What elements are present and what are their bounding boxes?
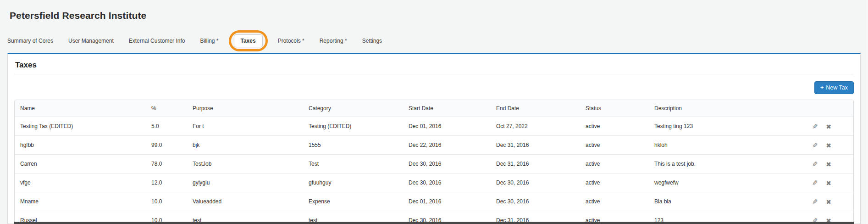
taxes-table-wrap: Name % Purpose Category Start Date End D… bbox=[14, 100, 854, 224]
cell-status: active bbox=[580, 155, 649, 174]
tab-billing[interactable]: Billing * bbox=[200, 34, 218, 47]
cell-end-date: Oct 27, 2022 bbox=[491, 117, 580, 136]
cell-name: hgfbb bbox=[15, 136, 146, 155]
cell-name: Mname bbox=[15, 192, 146, 211]
cell-purpose: Valueadded bbox=[187, 192, 303, 211]
cell-name: vfge bbox=[15, 174, 146, 192]
cell-category: 1555 bbox=[303, 136, 403, 155]
table-header: Name % Purpose Category Start Date End D… bbox=[15, 100, 853, 117]
col-header-percent: % bbox=[146, 100, 187, 117]
taxes-panel: Taxes +New Tax Name % Purpose Category S… bbox=[7, 53, 861, 224]
col-header-end-date: End Date bbox=[491, 100, 580, 117]
tab-user-management[interactable]: User Management bbox=[68, 34, 114, 47]
cell-description: wegfwefw bbox=[649, 174, 771, 192]
tab-reporting[interactable]: Reporting * bbox=[320, 34, 347, 47]
cell-status: active bbox=[580, 174, 649, 192]
cell-description: Testing ting 123 bbox=[649, 117, 771, 136]
delete-icon[interactable]: ✖ bbox=[826, 199, 831, 205]
tab-bar: Summary of Cores User Management Externa… bbox=[7, 34, 854, 48]
edit-icon[interactable]: ✎ bbox=[812, 199, 818, 205]
cell-description: hkloh bbox=[649, 136, 771, 155]
cell-percent: 78.0 bbox=[146, 155, 187, 174]
taxes-admin-page: { "colors": { "page_bg": "#f4f5f5", "acc… bbox=[0, 0, 868, 224]
edit-icon[interactable]: ✎ bbox=[812, 143, 818, 148]
cell-category: Testing (EDITED) bbox=[303, 117, 403, 136]
toolbar: +New Tax bbox=[14, 81, 854, 94]
cell-start-date: Dec 30, 2016 bbox=[403, 174, 491, 192]
cell-percent: 99.0 bbox=[146, 136, 187, 155]
new-tax-button[interactable]: +New Tax bbox=[814, 81, 854, 94]
edit-icon[interactable]: ✎ bbox=[812, 162, 818, 167]
delete-icon[interactable]: ✖ bbox=[826, 124, 831, 129]
col-header-name: Name bbox=[15, 100, 146, 117]
cell-status: active bbox=[580, 117, 649, 136]
cell-purpose: TestJob bbox=[187, 155, 303, 174]
plus-icon: + bbox=[820, 84, 824, 91]
table-row: hgfbb 99.0 bjk 1555 Dec 22, 2016 Dec 31,… bbox=[15, 136, 853, 155]
taxes-table: Name % Purpose Category Start Date End D… bbox=[15, 100, 853, 224]
cell-description: This is a test job. bbox=[649, 155, 771, 174]
delete-icon[interactable]: ✖ bbox=[826, 143, 831, 148]
table-row: vfge 12.0 gyiygiu gfuuhguy Dec 30, 2016 … bbox=[15, 174, 853, 192]
cell-percent: 10.0 bbox=[146, 192, 187, 211]
cell-category: gfuuhguy bbox=[303, 174, 403, 192]
col-header-description: Description bbox=[649, 100, 771, 117]
section-title: Taxes bbox=[15, 61, 854, 70]
cell-start-date: Dec 01, 2016 bbox=[403, 192, 491, 211]
new-tax-button-label: New Tax bbox=[826, 84, 848, 91]
table-row: Carren 78.0 TestJob Test Dec 30, 2016 De… bbox=[15, 155, 853, 174]
cell-status: active bbox=[580, 136, 649, 155]
tab-summary-of-cores[interactable]: Summary of Cores bbox=[7, 34, 53, 47]
cell-purpose: For t bbox=[187, 117, 303, 136]
col-header-actions bbox=[771, 100, 853, 117]
cell-purpose: gyiygiu bbox=[187, 174, 303, 192]
delete-icon[interactable]: ✖ bbox=[826, 162, 831, 167]
cell-category: Expense bbox=[303, 192, 403, 211]
delete-icon[interactable]: ✖ bbox=[826, 180, 831, 186]
tab-protocols[interactable]: Protocols * bbox=[278, 34, 304, 47]
table-row: Mname 10.0 Valueadded Expense Dec 01, 20… bbox=[15, 192, 853, 211]
section-divider bbox=[14, 74, 854, 74]
col-header-purpose: Purpose bbox=[187, 100, 303, 117]
cell-start-date: Dec 22, 2016 bbox=[403, 136, 491, 155]
table-row: Testing Tax (EDITED) 5.0 For t Testing (… bbox=[15, 117, 853, 136]
partially-visible-bottom-element bbox=[14, 222, 854, 224]
cell-actions: ✎ ✖ bbox=[771, 192, 853, 211]
tab-taxes-wrap: Taxes bbox=[234, 34, 263, 47]
cell-purpose: bjk bbox=[187, 136, 303, 155]
cell-end-date: Dec 30, 2016 bbox=[491, 174, 580, 192]
cell-name: Testing Tax (EDITED) bbox=[15, 117, 146, 136]
cell-end-date: Dec 31, 2016 bbox=[491, 136, 580, 155]
page-title: Petersfield Research Institute bbox=[10, 10, 146, 21]
cell-status: active bbox=[580, 192, 649, 211]
cell-actions: ✎ ✖ bbox=[771, 174, 853, 192]
tax-table-body: Testing Tax (EDITED) 5.0 For t Testing (… bbox=[15, 117, 853, 224]
cell-start-date: Dec 01, 2016 bbox=[403, 117, 491, 136]
cell-start-date: Dec 30, 2016 bbox=[403, 155, 491, 174]
tab-external-customer-info[interactable]: External Customer Info bbox=[129, 34, 185, 47]
cell-name: Carren bbox=[15, 155, 146, 174]
edit-icon[interactable]: ✎ bbox=[812, 180, 818, 186]
cell-end-date: Dec 30, 2016 bbox=[491, 192, 580, 211]
tab-taxes[interactable]: Taxes bbox=[234, 34, 263, 47]
tab-settings[interactable]: Settings bbox=[362, 34, 382, 47]
cell-percent: 12.0 bbox=[146, 174, 187, 192]
vertical-scrollbar[interactable] bbox=[866, 0, 868, 224]
cell-description: Bla bla bbox=[649, 192, 771, 211]
cell-end-date: Dec 31, 2016 bbox=[491, 155, 580, 174]
cell-percent: 5.0 bbox=[146, 117, 187, 136]
edit-icon[interactable]: ✎ bbox=[812, 124, 818, 129]
cell-category: Test bbox=[303, 155, 403, 174]
col-header-category: Category bbox=[303, 100, 403, 117]
col-header-start-date: Start Date bbox=[403, 100, 491, 117]
cell-actions: ✎ ✖ bbox=[771, 117, 853, 136]
cell-actions: ✎ ✖ bbox=[771, 136, 853, 155]
cell-actions: ✎ ✖ bbox=[771, 155, 853, 174]
col-header-status: Status bbox=[580, 100, 649, 117]
